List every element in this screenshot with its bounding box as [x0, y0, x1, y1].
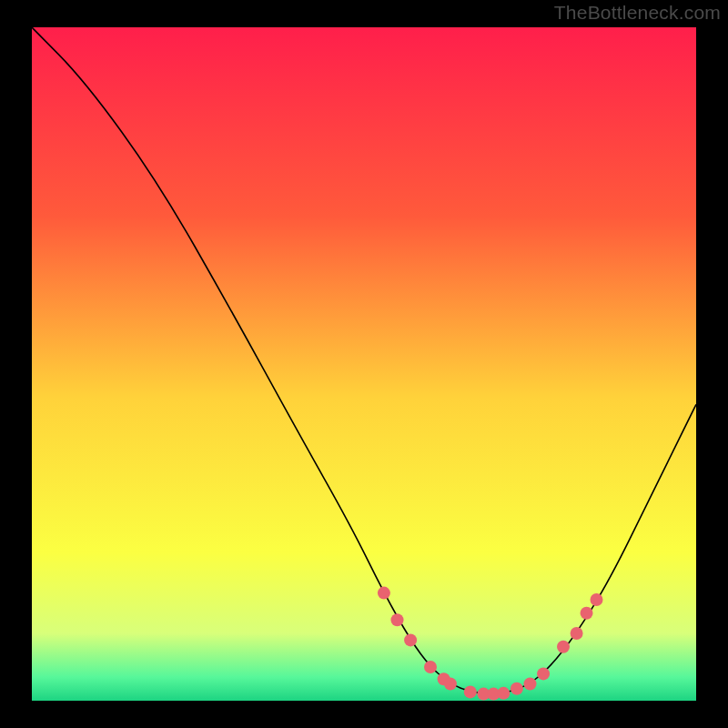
curve-marker — [497, 687, 510, 700]
curve-marker — [391, 613, 404, 626]
curve-marker — [591, 593, 603, 606]
curve-marker — [511, 682, 523, 695]
curve-marker — [524, 678, 537, 691]
curve-marker — [464, 685, 477, 698]
curve-marker — [557, 641, 570, 653]
chart-svg — [32, 27, 696, 701]
watermark-label: TheBottleneck.com — [554, 2, 721, 24]
curve-marker — [537, 667, 550, 680]
chart-root: TheBottleneck.com — [0, 0, 728, 728]
curve-marker — [581, 607, 593, 620]
curve-marker — [444, 678, 457, 691]
plot-area — [32, 27, 696, 701]
curve-marker — [571, 627, 583, 640]
curve-marker — [424, 661, 437, 673]
curve-marker — [404, 633, 417, 646]
curve-marker — [378, 587, 390, 600]
